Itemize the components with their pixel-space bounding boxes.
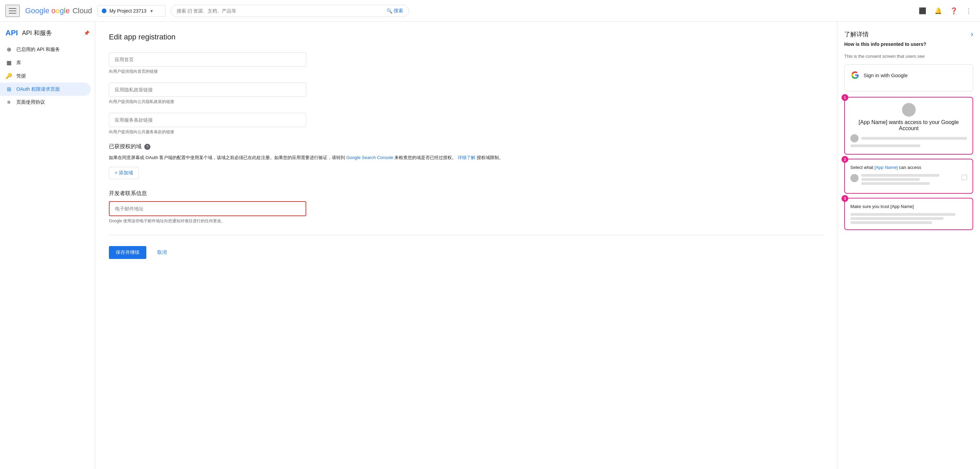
select-access-title: Select what [App Name] can access [850, 165, 967, 170]
sidebar-item-enabled-apis[interactable]: ⊕ 已启用的 API 和服务 [0, 43, 91, 56]
preview-box-3: 3 Make sure you trust [App Name] [844, 198, 973, 230]
scope-line-2 [861, 178, 920, 181]
terms-hint: 向用户提供指向公共服务条款的链接 [109, 129, 824, 135]
preview-number-2: 2 [842, 156, 848, 163]
google-g-logo [850, 70, 860, 80]
layout: API API 和服务 📌 ⊕ 已启用的 API 和服务 ▦ 库 🔑 凭据 ⊞ … [0, 22, 980, 469]
save-continue-button[interactable]: 保存并继续 [109, 246, 146, 259]
sidebar-item-label: 页面使用协议 [16, 99, 45, 105]
logo-e: e [66, 6, 70, 15]
pin-icon[interactable]: 📌 [84, 30, 89, 36]
scope-avatar [850, 174, 859, 182]
cancel-button[interactable]: 取消 [150, 246, 173, 259]
top-bar: Google oogle Cloud My Project 23713 ▾ 🔍 … [0, 0, 980, 22]
mock-avatar [902, 103, 916, 117]
hamburger-button[interactable] [5, 5, 20, 17]
preview-number-1: 1 [842, 94, 848, 101]
sidebar-header: API API 和服务 📌 [0, 24, 95, 43]
learn-more-link[interactable]: 详细了解 [458, 155, 476, 160]
top-right-actions: ⬛ 🔔 ❓ ⋮ [916, 5, 975, 17]
more-options-button[interactable]: ⋮ [963, 5, 975, 17]
account-line [861, 137, 967, 140]
logo-cloud: Cloud [73, 6, 92, 15]
panel-title: 了解详情 [844, 30, 869, 38]
scope-lines [861, 174, 959, 185]
main-content: Edit app registration 向用户提供指向首页的链接 向用户提供… [95, 22, 837, 469]
authorized-domains-desc: 如果在同意屏幕或 OAuth 客户端的配置中使用某个域，该域之前必须已在此处注册… [109, 154, 824, 162]
account-avatar [850, 134, 859, 143]
mock-account [850, 134, 967, 143]
preview-box-1: 1 [App Name] wants access to your Google… [844, 97, 973, 155]
google-search-console-link[interactable]: Google Search Console [347, 155, 393, 160]
project-name: My Project 23713 [109, 8, 146, 14]
library-icon: ▦ [5, 59, 12, 66]
signin-preview: Sign in with Google [844, 64, 973, 92]
action-buttons: 保存并继续 取消 [109, 246, 824, 259]
search-bar: 🔍 搜索 [171, 5, 409, 17]
preview-box-2: 2 Select what [App Name] can access [844, 159, 973, 194]
sidebar-item-library[interactable]: ▦ 库 [0, 56, 91, 69]
terms-input[interactable] [109, 113, 306, 127]
developer-contact-section: 开发者联系信息 Google 使用这些电子邮件地址向您通知对项目进行的任何更改。 [109, 190, 824, 224]
trust-line-2 [850, 217, 943, 220]
right-panel: 了解详情 › How is this info presented to use… [837, 22, 980, 469]
logo-o2: o [56, 6, 60, 15]
app-homepage-group: 向用户提供指向首页的链接 [109, 52, 824, 74]
authorized-domains-group: 已获授权的域 ? 如果在同意屏幕或 OAuth 客户端的配置中使用某个域，该域之… [109, 143, 824, 179]
app-access-text: [App Name] wants access to your Google A… [850, 119, 967, 132]
project-dropdown-icon: ▾ [150, 8, 153, 14]
scope-checkbox [962, 175, 967, 180]
page-title: Edit app registration [109, 33, 824, 41]
sidebar-item-label: 库 [16, 60, 21, 66]
scope-item [850, 174, 967, 185]
authorized-domains-title: 已获授权的域 ? [109, 143, 824, 150]
terminal-button[interactable]: ⬛ [916, 5, 929, 17]
search-button[interactable]: 🔍 搜索 [387, 8, 403, 14]
logo-google: Google [25, 6, 49, 15]
help-button[interactable]: ❓ [947, 5, 960, 17]
sidebar: API API 和服务 📌 ⊕ 已启用的 API 和服务 ▦ 库 🔑 凭据 ⊞ … [0, 22, 95, 469]
app-homepage-hint: 向用户提供指向首页的链接 [109, 69, 824, 74]
email-input[interactable] [110, 203, 305, 215]
sidebar-item-page-usage[interactable]: ≡ 页面使用协议 [0, 96, 91, 109]
developer-contact-title: 开发者联系信息 [109, 190, 824, 197]
sidebar-item-label: OAuth 权限请求页面 [16, 86, 60, 92]
logo[interactable]: Google oogle Cloud [25, 6, 92, 15]
project-selector[interactable]: My Project 23713 ▾ [97, 5, 165, 17]
trust-title: Make sure you trust [App Name] [850, 204, 967, 209]
trust-line-3 [850, 221, 932, 224]
search-icon: 🔍 [387, 8, 392, 14]
panel-header: 了解详情 › [844, 30, 973, 39]
project-dot-icon [102, 8, 107, 13]
preview-number-3: 3 [842, 195, 848, 202]
panel-expand-icon[interactable]: › [971, 30, 973, 39]
signin-header: Sign in with Google [850, 70, 967, 80]
panel-desc: This is the consent screen that users se… [844, 54, 973, 59]
logo-g2: g [60, 6, 64, 15]
scope-line-3 [861, 182, 930, 185]
sidebar-header-text: API 和服务 [22, 29, 52, 37]
page-usage-icon: ≡ [5, 99, 12, 105]
notifications-button[interactable]: 🔔 [932, 5, 945, 17]
privacy-policy-group: 向用户提供指向公共隐私政策的链接 [109, 82, 824, 105]
sidebar-item-oauth[interactable]: ⊞ OAuth 权限请求页面 [0, 82, 91, 96]
credentials-icon: 🔑 [5, 73, 12, 79]
mock-line-short [850, 144, 920, 147]
app-homepage-input[interactable] [109, 52, 306, 67]
trust-line-1 [850, 213, 956, 216]
privacy-policy-input[interactable] [109, 82, 306, 97]
signin-title: Sign in with Google [864, 72, 907, 78]
oauth-icon: ⊞ [5, 86, 12, 92]
api-header-icon: API [5, 29, 18, 37]
email-hint: Google 使用这些电子邮件地址向您通知对项目进行的任何更改。 [109, 218, 824, 224]
search-input[interactable] [177, 8, 384, 14]
add-domain-button[interactable]: + 添加域 [109, 167, 139, 179]
panel-subtitle: How is this info presented to users? [844, 41, 973, 47]
sidebar-item-credentials[interactable]: 🔑 凭据 [0, 69, 91, 82]
trust-lines [850, 213, 967, 224]
help-icon[interactable]: ? [144, 144, 150, 150]
enabled-apis-icon: ⊕ [5, 46, 12, 53]
scope-line-1 [861, 174, 940, 177]
sidebar-item-label: 凭据 [16, 73, 26, 79]
privacy-policy-hint: 向用户提供指向公共隐私政策的链接 [109, 99, 824, 105]
